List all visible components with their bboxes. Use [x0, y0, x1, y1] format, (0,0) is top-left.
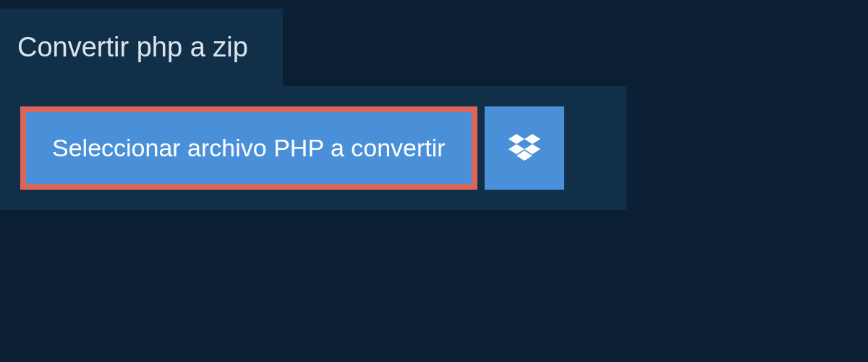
dropbox-button[interactable] [485, 106, 564, 190]
page-title: Convertir php a zip [17, 32, 248, 63]
dropbox-icon [509, 134, 540, 163]
tab-header: Convertir php a zip [0, 9, 283, 86]
button-row: Seleccionar archivo PHP a convertir [20, 106, 606, 190]
select-file-label: Seleccionar archivo PHP a convertir [52, 134, 446, 162]
select-file-button[interactable]: Seleccionar archivo PHP a convertir [20, 106, 477, 190]
content-panel: Seleccionar archivo PHP a convertir [0, 86, 626, 210]
